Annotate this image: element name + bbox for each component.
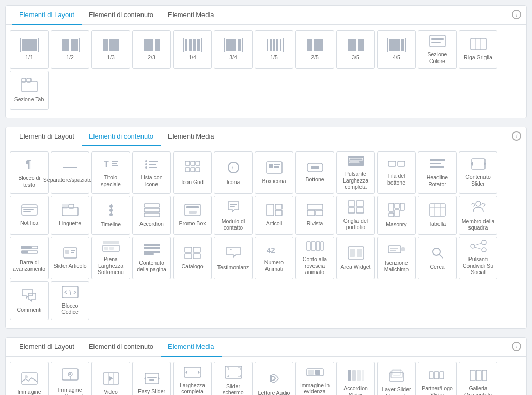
layout-4-5[interactable]: 4/5: [377, 30, 416, 69]
countdown-item[interactable]: Conto alla rovescia animato: [295, 237, 334, 279]
fullscreen-slider-item[interactable]: Slider schermo intero: [214, 362, 253, 395]
tab-layout-2[interactable]: Elementi di Layout: [12, 127, 82, 146]
audio-item[interactable]: Lettore Audio: [255, 362, 293, 395]
testimonial-item[interactable]: " Testimonianz: [214, 237, 253, 279]
icon-single-item[interactable]: i Icona: [214, 151, 253, 194]
search-item[interactable]: Cerca: [418, 237, 457, 279]
logo-slider-item[interactable]: Partner/Logo Slider: [418, 362, 457, 395]
text-block-item[interactable]: ¶ Blocco di testo: [10, 151, 49, 194]
special-title-item[interactable]: T Titolo speciale: [91, 151, 130, 194]
info-icon-2[interactable]: i: [512, 131, 521, 141]
svg-rect-39: [398, 161, 405, 166]
layout-grid-row[interactable]: Riga Griglia: [459, 30, 497, 69]
animated-numbers-item[interactable]: 42 Numero Animati: [255, 237, 293, 279]
icon-box-label: Box icona: [262, 178, 286, 185]
contact-form-item[interactable]: Modulo di contatto: [214, 196, 253, 235]
tab-layout-1[interactable]: Elementi di Layout: [12, 6, 82, 25]
portfolio-grid-item[interactable]: Griglia del portfolio: [336, 196, 375, 235]
widget-area-item[interactable]: Area Widget: [336, 237, 375, 279]
svg-rect-95: [103, 241, 119, 244]
image-hotspots-item[interactable]: Immagine con Hotspots: [51, 362, 89, 395]
progress-bar-item[interactable]: Barra di avanzamento: [10, 237, 49, 279]
promo-box-item[interactable]: Promo Box: [173, 196, 212, 235]
tab-media-1[interactable]: Elementi Media: [161, 6, 222, 25]
image-icon: [21, 372, 38, 387]
tab-layout-3[interactable]: Elementi di Layout: [12, 338, 82, 357]
layout-1-2[interactable]: 1/2: [51, 30, 89, 69]
comments-item[interactable]: Commenti: [10, 281, 49, 320]
featured-slider-item[interactable]: Immagine in evidenza Slider: [295, 362, 334, 395]
layout-1-3[interactable]: 1/3: [91, 30, 130, 69]
tab-media-2[interactable]: Elementi Media: [161, 127, 222, 146]
content-slider-icon: [470, 158, 487, 172]
layout-color-section[interactable]: Sezione Colore: [418, 30, 457, 69]
full-button-icon: [347, 155, 365, 169]
magazine-item[interactable]: Rivista: [295, 196, 334, 235]
layout-1-5[interactable]: 1/5: [255, 30, 293, 69]
team-member-item[interactable]: Membro della squadra: [459, 196, 497, 235]
content-slider-item[interactable]: Contenuto Slider: [459, 151, 497, 194]
mailchimp-icon: [388, 243, 405, 257]
fullscreen-slider-label: Slider schermo intero: [216, 383, 250, 395]
video-item[interactable]: Video: [91, 362, 130, 395]
svg-rect-111: [316, 242, 320, 250]
layout-tab-section[interactable]: Sezione Tab: [10, 71, 49, 110]
layout-2-5[interactable]: 2/5: [295, 30, 334, 69]
notification-label: Notifica: [20, 220, 38, 226]
code-block-item[interactable]: Blocco Codice: [51, 281, 89, 320]
icon-grid-item[interactable]: Icon Grid: [173, 151, 212, 194]
magazine-icon: [307, 204, 323, 218]
social-share-item[interactable]: Pulsanti Condividi Su Social: [459, 237, 497, 279]
logo-slider-icon: [429, 370, 446, 383]
accordion-icon: [144, 203, 160, 219]
info-icon-3[interactable]: i: [512, 342, 521, 351]
tab-content-1[interactable]: Elementi di contenuto: [82, 6, 161, 25]
svg-text:i: i: [231, 164, 233, 172]
masonry-item[interactable]: Masonry: [377, 196, 416, 235]
layer-slider-item[interactable]: Layer Slider Elementi: [377, 362, 416, 395]
button-row-item[interactable]: Fila del bottone: [377, 151, 416, 194]
audio-label: Lettore Audio: [258, 390, 290, 395]
tabs-elem-item[interactable]: Linguette: [51, 196, 89, 235]
full-easy-slider-item[interactable]: Larghezza completa Easy Slider: [173, 362, 212, 395]
timeline-item[interactable]: Timeline: [91, 196, 130, 235]
page-content-item[interactable]: Contenuto della pagina: [132, 237, 171, 279]
search-label: Cerca: [430, 264, 444, 270]
table-icon: [429, 203, 446, 219]
image-item[interactable]: Immagine: [10, 362, 49, 395]
info-icon-1[interactable]: i: [512, 10, 521, 19]
layout-2-3[interactable]: 2/3: [132, 30, 171, 69]
article-slider-item[interactable]: Slider Articolo: [51, 237, 89, 279]
svg-rect-114: [350, 249, 355, 257]
tab-media-3[interactable]: Elementi Media: [161, 338, 222, 357]
tab-content-2[interactable]: Elementi di contenuto: [82, 127, 161, 146]
button-row-icon: [388, 159, 405, 171]
icon-list-item[interactable]: Lista con icone: [132, 151, 171, 194]
accordion-item[interactable]: Accordion: [132, 196, 171, 235]
svg-rect-104: [193, 247, 200, 252]
headline-rotator-item[interactable]: Headline Rotator: [418, 151, 457, 194]
notification-item[interactable]: Notifica: [10, 196, 49, 235]
special-title-label: Titolo speciale: [94, 174, 128, 187]
layout-3-5[interactable]: 3/5: [336, 30, 375, 69]
mailchimp-item[interactable]: Iscrizione Mailchimp: [377, 237, 416, 279]
full-submenu-item[interactable]: Piena Larghezza Sottomenu: [91, 237, 130, 279]
easy-slider-label: Easy Slider: [138, 388, 165, 395]
layout-1-1[interactable]: 1/1: [10, 30, 49, 69]
tab-content-3[interactable]: Elementi di contenuto: [82, 338, 161, 357]
full-button-item[interactable]: Pulsante Larghezza completa: [336, 151, 375, 194]
articles-item[interactable]: Articoli: [255, 196, 293, 235]
horizontal-gallery-item[interactable]: Galleria Orizzontale: [459, 362, 497, 395]
separator-item[interactable]: Separatore/spaziatore: [51, 151, 89, 194]
button-item[interactable]: Bottone: [295, 151, 334, 194]
logo-slider-label: Partner/Logo Slider: [420, 385, 454, 395]
layout-1-4[interactable]: 1/4: [173, 30, 212, 69]
easy-slider-item[interactable]: Easy Slider: [132, 362, 171, 395]
catalog-item[interactable]: Catalogo: [173, 237, 212, 279]
svg-rect-13: [112, 163, 117, 164]
layout-3-4[interactable]: 3/4: [214, 30, 253, 69]
accordion-slider-item[interactable]: Accordion Slider: [336, 362, 375, 395]
table-item[interactable]: Tabella: [418, 196, 457, 235]
icon-box-item[interactable]: Box icona: [255, 151, 293, 194]
page-content-label: Contenuto della pagina: [135, 260, 168, 272]
